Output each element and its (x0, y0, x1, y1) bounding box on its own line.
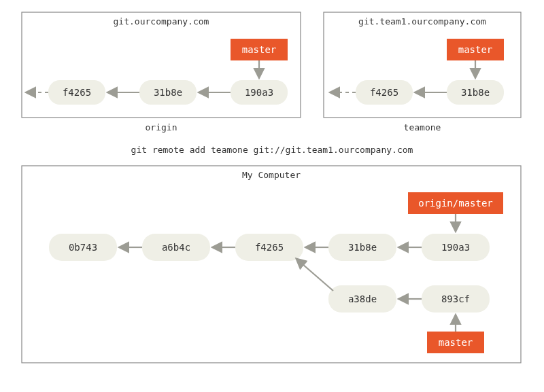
origin-title: git.ourcompany.com (114, 16, 209, 26)
local-title: My Computer (242, 170, 301, 180)
ref-label: master (458, 44, 493, 55)
commit-node: f4265 (48, 80, 105, 105)
commit-node: f4265 (356, 80, 413, 105)
commit-hash: 893cf (441, 293, 470, 304)
commit-hash: 190a3 (441, 242, 470, 253)
commit-hash: 31b8e (348, 242, 377, 253)
origin-caption: origin (146, 122, 177, 132)
commit-node: 190a3 (231, 80, 288, 105)
ref-label: master (439, 337, 473, 348)
commit-hash: f4265 (255, 242, 284, 253)
local-ref-master: master (427, 332, 484, 353)
commit-hash: 0b743 (69, 242, 97, 253)
teamone-title: git.team1.ourcompany.com (358, 16, 486, 26)
commit-node: a6b4c (142, 234, 210, 261)
commit-node: 893cf (422, 285, 490, 313)
commit-hash: a6b4c (162, 242, 190, 253)
commit-hash: 31b8e (154, 87, 182, 98)
origin-panel: git.ourcompany.com master 190a3 31b8e f4… (22, 12, 301, 132)
diagram-root: git.ourcompany.com master 190a3 31b8e f4… (0, 0, 544, 392)
arrow-commit-diagonal (297, 260, 333, 291)
origin-ref-master: master (231, 39, 288, 60)
commit-node: 31b8e (447, 80, 504, 105)
commit-node: f4265 (235, 234, 303, 261)
git-command: git remote add teamone git://git.team1.o… (131, 145, 413, 155)
commit-hash: 31b8e (461, 87, 490, 98)
commit-node: 31b8e (328, 234, 396, 261)
local-ref-origin-master: origin/master (408, 192, 503, 214)
commit-hash: f4265 (63, 87, 91, 98)
teamone-ref-master: master (447, 39, 504, 60)
teamone-caption: teamone (404, 122, 441, 132)
local-panel: My Computer origin/master 190a3 31b8e f4… (22, 166, 521, 363)
commit-node: 190a3 (422, 234, 490, 261)
commit-node: 0b743 (49, 234, 117, 261)
commit-node: a38de (328, 285, 396, 313)
commit-hash: f4265 (370, 87, 398, 98)
teamone-panel: git.team1.ourcompany.com master 31b8e f4… (324, 12, 521, 132)
commit-node: 31b8e (139, 80, 197, 105)
ref-label: master (242, 44, 277, 55)
commit-hash: 190a3 (245, 87, 273, 98)
ref-label: origin/master (418, 198, 493, 209)
commit-hash: a38de (348, 293, 377, 304)
